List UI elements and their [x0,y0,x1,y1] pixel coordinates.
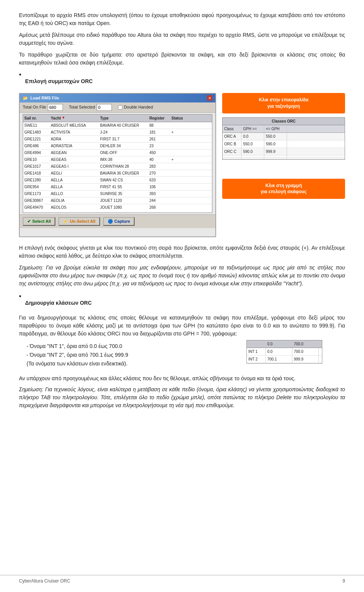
table-row[interactable]: GRE30867 AEOLIA JOUET 1120 244 [23,197,212,204]
footer-right: 9 [342,578,345,584]
col-sail[interactable]: Sail nr. [23,115,50,121]
titlebar-left: 📂 Load RMS File [23,95,59,101]
select-all-button[interactable]: ✔ Select All [23,217,55,226]
cell-sail: GRE30867 [23,197,50,204]
orc-table-row[interactable] [223,157,345,159]
footer-left: CyberAltura Cruiser ORC [19,578,70,584]
int-name: INT 1 [247,348,266,355]
cell-type: FIRST 31.7 [99,136,148,142]
cell-plus [189,129,195,135]
cell-sail: GRE1280 [23,177,50,183]
cell-status [170,204,189,209]
table-row[interactable]: GRE1418 AEGLI BAVARIA 36 CRUISER 270 [23,170,212,177]
total-on-file-label: Total On File [23,104,46,110]
cell-plus [189,122,195,129]
section2-title: Δημιουργία κλάσεων ORC [25,299,91,307]
table-row[interactable]: GRE1017 AEGEAS I CORINTHIAN 28 283 [23,163,212,170]
cell-status [170,177,189,183]
table-row[interactable]: GRE1173 AELLO SUNRISE 35 393 [23,191,212,197]
table-row[interactable]: GRE954 AELLA FIRST 41 S5 106 [23,184,212,191]
table-row[interactable]: GRE486 ADRASTEIA DEHLER 34 23 [23,143,212,150]
orc-table-row[interactable]: ORC B 550.0 590.0 [223,140,345,148]
dialog-area: 📂 Load RMS File ✕ Total On File Total Se… [19,93,345,237]
orc-para2: Αν υπάρχουν από προηγουμένως και άλλες κ… [19,375,345,383]
dialog-toolbar: Total On File Total Selected Double Hand… [20,102,215,113]
capture-button[interactable]: 🔵 Capture [103,217,135,226]
cell-yacht: AEGEAS I [50,163,99,170]
cell-plus [189,184,195,190]
cell-plus [189,143,195,149]
table-row[interactable]: GRE1483 ACTIVISTA J-24 181 + [23,129,212,136]
section1-title: Επιλογή συμμετοχών ORC [25,77,93,85]
page-footer: CyberAltura Cruiser ORC 9 [0,575,364,584]
cell-sail: GRE1483 [23,129,50,135]
table-row[interactable]: GRE1280 AELLA SWAN 42 CS 633 [23,177,212,184]
orc-gph-from: 550.0 [242,140,264,148]
cell-sail: GRE1221 [23,136,50,142]
int-table-header: 0.0700.0 [247,340,322,348]
cell-register: 88 [148,122,170,129]
un-select-all-button[interactable]: ⚡ Un-Select All [58,217,100,226]
table-body[interactable]: SWE11 ABSOLUT MELISSA BAVARIA 40 CRUISER… [23,122,212,209]
cell-register: 181 [148,129,170,135]
orc-class [223,156,242,157]
cell-yacht: AEGLI [50,170,99,176]
select-para: Η επιλογή ενός σκάφους γίνεται με κλικ τ… [19,244,345,260]
capture-label: Capture [115,219,130,224]
cell-status [170,170,189,176]
cell-sail: GRE486 [23,143,50,149]
orc-col-gph-from: GPH >= [242,125,264,132]
table-row[interactable]: SWE11 ABSOLUT MELISSA BAVARIA 40 CRUISER… [23,122,212,129]
cell-yacht: ABSOLUT MELISSA [50,122,99,129]
cell-yacht: ACTIVISTA [50,129,99,135]
table-header: Sail nr. Yacht ▼ Type Register Status [23,115,212,122]
double-handed-checkbox[interactable] [118,105,122,110]
callout-row: Κλικ στη γραμμή για επιλογή σκάφους [222,179,345,199]
orc-gph-to [264,156,287,157]
cell-status [170,122,189,129]
orc-gph-from [242,156,264,157]
note2: Σημείωση: Για τεχνικούς λόγους, είναι κα… [19,386,345,409]
dialog-close-button[interactable]: ✕ [207,95,212,101]
cell-register: 261 [148,136,170,142]
cell-status: + [170,156,189,163]
col-yacht[interactable]: Yacht ▼ [50,115,99,121]
orc-gph-from [242,157,264,159]
col-status[interactable]: Status [170,115,189,121]
cell-register: 450 [148,150,170,156]
boats-table-container[interactable]: Sail nr. Yacht ▼ Type Register Status SW… [23,114,212,213]
int-name: INT 2 [247,356,266,363]
int-rows: 0.0700.0 INT 1 0.0 700.0 INT 2 700.1 999… [247,340,322,363]
cell-yacht: AEGEAS [50,156,99,163]
dialog-right-panel: Κλικ στην επικεφαλίδα για ταξινόμηση Cla… [222,93,345,237]
orc-table-header: Class GPH >= <= GPH [223,125,345,133]
col-register[interactable]: Register [148,115,170,121]
table-row[interactable]: GRE4994 AEGEAN ONE-OFF 450 [23,150,212,156]
cell-plus [189,177,195,183]
int-to: 999.9 [292,356,319,363]
total-on-file-input[interactable] [48,104,63,111]
cell-yacht: AELLA [50,184,99,190]
cell-plus [189,170,195,176]
cell-type: IMX-38 [99,156,148,163]
orc-table-row[interactable]: ORC C 590.0 999.9 [223,148,345,156]
dialog-title: Load RMS File [30,95,59,101]
orc-col-class: Class [223,125,242,132]
table-row[interactable]: GRE49470 AEOLOS JOUET 1080 268 [23,204,212,209]
section1-bullet: • Επιλογή συμμετοχών ORC [19,71,345,89]
col-type[interactable]: Type [99,115,148,121]
cell-yacht: ADRASTEIA [50,143,99,149]
cell-yacht: AELLA [50,177,99,183]
dialog-icon: 📂 [23,95,28,101]
int-item3: (Τα ονόματα των κλάσεων είναι ενδεικτικά… [27,360,128,368]
capture-icon: 🔵 [108,219,113,224]
orc-rows: ORC A 0.0 550.0 ORC B 550.0 590.0 ORC C … [223,133,345,159]
orc-table-row[interactable]: ORC A 0.0 550.0 [223,133,345,140]
table-row[interactable]: GRE1221 ADRA FIRST 31.7 261 [23,136,212,143]
table-row[interactable]: GRE10 AEGEAS IMX-38 40 + [23,156,212,163]
cell-plus [189,197,195,204]
int-from: 700.1 [266,356,292,363]
cell-plus [189,150,195,156]
total-selected-input[interactable] [97,104,112,111]
orc-gph-to [264,157,287,159]
